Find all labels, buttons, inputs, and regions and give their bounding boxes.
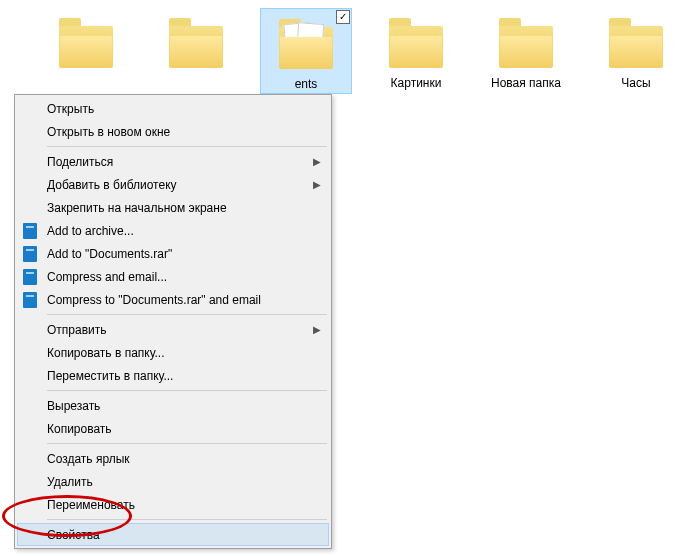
menu-add-to-library[interactable]: Добавить в библиотеку▶ xyxy=(17,173,329,196)
menu-open-new-window[interactable]: Открыть в новом окне xyxy=(17,120,329,143)
folder-icon xyxy=(271,11,341,71)
menu-open[interactable]: Открыть xyxy=(17,97,329,120)
menu-label: Compress and email... xyxy=(47,270,167,284)
menu-label: Открыть xyxy=(47,102,94,116)
folder-icon xyxy=(601,10,671,70)
folder-item-selected[interactable]: ✓ ents xyxy=(260,8,352,94)
menu-label: Открыть в новом окне xyxy=(47,125,170,139)
folder-label: ents xyxy=(295,77,318,91)
folder-grid: ✓ ents Картинки Новая папка Часы xyxy=(0,8,694,94)
folder-item[interactable] xyxy=(40,8,132,94)
context-menu: Открыть Открыть в новом окне Поделиться▶… xyxy=(14,94,332,549)
menu-send-to[interactable]: Отправить▶ xyxy=(17,318,329,341)
menu-label: Переименовать xyxy=(47,498,135,512)
folder-icon xyxy=(161,10,231,70)
menu-label: Add to archive... xyxy=(47,224,134,238)
menu-share[interactable]: Поделиться▶ xyxy=(17,150,329,173)
menu-separator xyxy=(47,314,327,315)
archive-icon xyxy=(21,268,39,286)
menu-label: Свойства xyxy=(47,528,100,542)
menu-label: Создать ярлык xyxy=(47,452,130,466)
folder-icon xyxy=(51,10,121,70)
menu-compress-documents-and-email[interactable]: Compress to "Documents.rar" and email xyxy=(17,288,329,311)
folder-item[interactable]: Картинки xyxy=(370,8,462,94)
menu-copy[interactable]: Копировать xyxy=(17,417,329,440)
menu-label: Отправить xyxy=(47,323,107,337)
folder-item[interactable]: Новая папка xyxy=(480,8,572,94)
menu-label: Add to "Documents.rar" xyxy=(47,247,172,261)
menu-separator xyxy=(47,146,327,147)
menu-rename[interactable]: Переименовать xyxy=(17,493,329,516)
menu-label: Добавить в библиотеку xyxy=(47,178,177,192)
archive-icon xyxy=(21,245,39,263)
menu-label: Compress to "Documents.rar" and email xyxy=(47,293,261,307)
menu-separator xyxy=(47,390,327,391)
menu-properties[interactable]: Свойства xyxy=(17,523,329,546)
menu-move-to-folder[interactable]: Переместить в папку... xyxy=(17,364,329,387)
archive-icon xyxy=(21,291,39,309)
folder-icon xyxy=(491,10,561,70)
submenu-arrow-icon: ▶ xyxy=(313,156,321,167)
menu-label: Поделиться xyxy=(47,155,113,169)
folder-item[interactable]: Часы xyxy=(590,8,682,94)
menu-label: Копировать в папку... xyxy=(47,346,165,360)
menu-delete[interactable]: Удалить xyxy=(17,470,329,493)
menu-separator xyxy=(47,443,327,444)
folder-item[interactable] xyxy=(150,8,242,94)
menu-label: Вырезать xyxy=(47,399,100,413)
archive-icon xyxy=(21,222,39,240)
menu-add-to-documents-rar[interactable]: Add to "Documents.rar" xyxy=(17,242,329,265)
folder-icon xyxy=(381,10,451,70)
menu-label: Закрепить на начальном экране xyxy=(47,201,227,215)
menu-compress-and-email[interactable]: Compress and email... xyxy=(17,265,329,288)
menu-pin-to-start[interactable]: Закрепить на начальном экране xyxy=(17,196,329,219)
folder-label: Новая папка xyxy=(491,76,561,90)
menu-label: Переместить в папку... xyxy=(47,369,173,383)
menu-label: Удалить xyxy=(47,475,93,489)
submenu-arrow-icon: ▶ xyxy=(313,324,321,335)
menu-copy-to-folder[interactable]: Копировать в папку... xyxy=(17,341,329,364)
menu-label: Копировать xyxy=(47,422,112,436)
folder-label: Часы xyxy=(621,76,650,90)
submenu-arrow-icon: ▶ xyxy=(313,179,321,190)
folder-label: Картинки xyxy=(391,76,442,90)
menu-create-shortcut[interactable]: Создать ярлык xyxy=(17,447,329,470)
menu-separator xyxy=(47,519,327,520)
menu-add-to-archive[interactable]: Add to archive... xyxy=(17,219,329,242)
menu-cut[interactable]: Вырезать xyxy=(17,394,329,417)
